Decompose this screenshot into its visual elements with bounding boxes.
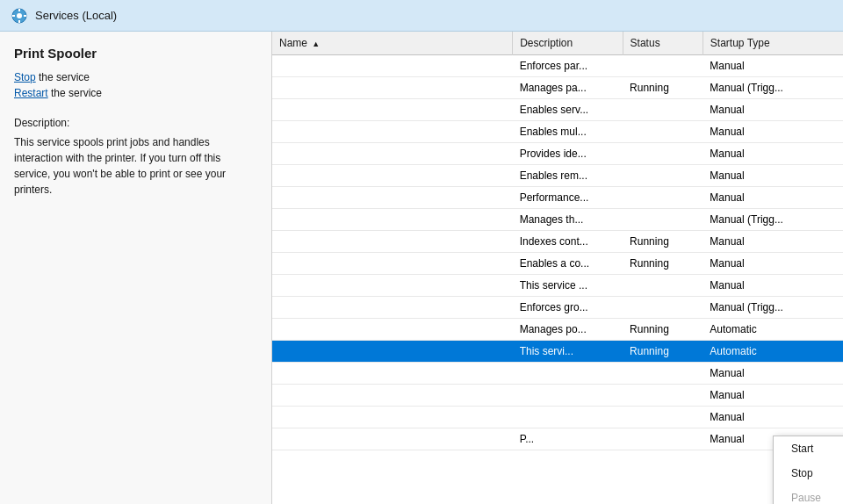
name-cell: Plug and Play xyxy=(272,253,286,274)
table-row[interactable]: Peer Networking GroupingEnables mul...Ma… xyxy=(272,121,843,143)
desc-cell: This service ... xyxy=(513,275,623,297)
name-cell: Program Compatibility Ass... xyxy=(272,428,286,450)
services-icon xyxy=(11,7,28,25)
col-header-status[interactable]: Status xyxy=(623,32,702,55)
svg-rect-2 xyxy=(18,9,20,11)
startup-cell: Manual xyxy=(702,187,843,209)
startup-cell: Manual (Trigg... xyxy=(702,297,843,319)
context-menu-item-stop[interactable]: Stop xyxy=(774,461,843,486)
table-row[interactable]: Phone ServiceManages th...Manual (Trigg.… xyxy=(272,209,843,231)
name-cell: Performance Logs & Alerts xyxy=(272,187,286,208)
status-cell xyxy=(623,363,702,385)
svg-point-1 xyxy=(17,13,22,18)
startup-cell: Manual (Trigg... xyxy=(702,209,843,231)
name-cell: Portable Device Enumerator ... xyxy=(272,297,286,318)
desc-cell: Manages pa... xyxy=(513,77,623,99)
status-cell xyxy=(623,165,702,187)
name-cell: Performance Counter DLL H... xyxy=(272,165,286,186)
desc-cell xyxy=(513,407,623,428)
stop-action: Stop the service xyxy=(14,71,257,83)
startup-cell: Automatic xyxy=(702,341,843,363)
status-cell xyxy=(623,297,702,319)
stop-link[interactable]: Stop xyxy=(14,71,36,83)
status-cell: Running xyxy=(623,341,702,363)
name-cell: Printer Extensions and Not... xyxy=(272,363,286,384)
status-cell: Running xyxy=(623,231,702,253)
title-bar-text: Services (Local) xyxy=(35,9,117,22)
desc-heading: Description: xyxy=(14,115,257,131)
restart-link[interactable]: Restart xyxy=(14,87,48,99)
desc-cell: P... xyxy=(513,428,623,450)
table-row[interactable]: Problem Reports and Solut...Manual xyxy=(272,407,843,428)
startup-cell: Manual xyxy=(702,121,843,143)
name-cell: Power xyxy=(272,319,286,340)
desc-cell: Manages po... xyxy=(513,319,623,341)
main-area: Print Spooler Stop the service Restart t… xyxy=(0,32,843,504)
col-header-desc[interactable]: Description xyxy=(513,32,623,55)
startup-cell: Manual xyxy=(702,407,843,428)
name-cell: Problem Reports and Solut... xyxy=(272,407,286,428)
startup-cell: Manual xyxy=(702,275,843,297)
startup-cell: Manual xyxy=(702,363,843,385)
desc-cell: Enables rem... xyxy=(513,165,623,187)
name-cell: Peer Networking Identity M... xyxy=(272,143,286,164)
table-header-row: Name ▲ Description Status Startup Type xyxy=(272,32,843,55)
table-row[interactable]: PrintWorkflowUserSvc_3a8...Manual xyxy=(272,385,843,407)
context-menu-item-start[interactable]: Start xyxy=(774,436,843,461)
svg-rect-3 xyxy=(18,20,20,23)
table-row[interactable]: Payments and NFC/SE Mana...Manages pa...… xyxy=(272,77,843,99)
table-row[interactable]: PowerManages po...RunningAutomatic xyxy=(272,319,843,341)
table-row[interactable]: Portable Device Enumerator ...Enforces g… xyxy=(272,297,843,319)
status-cell xyxy=(623,209,702,231)
title-bar: Services (Local) xyxy=(0,0,843,32)
status-cell xyxy=(623,121,702,143)
startup-cell: Manual xyxy=(702,385,843,407)
stop-suffix: the service xyxy=(36,71,90,83)
table-row[interactable]: Plug and PlayEnables a co...RunningManua… xyxy=(272,253,843,275)
desc-cell: Enforces par... xyxy=(513,55,623,77)
table-row[interactable]: Program Compatibility Ass...P...Manual xyxy=(272,428,843,450)
name-cell: PrintWorkflowUserSvc_3a8... xyxy=(272,385,286,406)
restart-suffix: the service xyxy=(48,87,102,99)
startup-cell: Manual (Trigg... xyxy=(702,77,843,99)
table-row[interactable]: Printer Extensions and Not...Manual xyxy=(272,363,843,385)
status-cell xyxy=(623,55,702,77)
table-row[interactable]: PNRP Machine Name Public...This service … xyxy=(272,275,843,297)
svg-rect-5 xyxy=(24,15,26,17)
name-cell: Phone Service xyxy=(272,209,286,230)
col-header-startup[interactable]: Startup Type xyxy=(702,32,843,55)
desc-cell xyxy=(513,385,623,407)
description-block: Description: This service spools print j… xyxy=(14,115,257,198)
table-row[interactable]: PimIndexMaintenanceSvc_3...Indexes cont.… xyxy=(272,231,843,253)
desc-cell: Enforces gro... xyxy=(513,297,623,319)
desc-cell: Enables serv... xyxy=(513,99,623,121)
startup-cell: Manual xyxy=(702,143,843,165)
status-cell xyxy=(623,187,702,209)
status-cell xyxy=(623,407,702,428)
right-panel: Name ▲ Description Status Startup Type P… xyxy=(272,32,843,504)
restart-action: Restart the service xyxy=(14,87,257,99)
service-title: Print Spooler xyxy=(14,46,257,61)
name-cell: PNRP Machine Name Public... xyxy=(272,275,286,296)
name-cell: Payments and NFC/SE Mana... xyxy=(272,77,286,98)
startup-cell: Manual xyxy=(702,99,843,121)
name-cell: Peer Name Resolution Proto... xyxy=(272,99,286,120)
table-row[interactable]: Peer Networking Identity M...Provides id… xyxy=(272,143,843,165)
name-cell: Peer Networking Grouping xyxy=(272,121,286,142)
status-cell xyxy=(623,275,702,297)
status-cell xyxy=(623,428,702,450)
table-row[interactable]: Performance Counter DLL H...Enables rem.… xyxy=(272,165,843,187)
table-row[interactable]: Peer Name Resolution Proto...Enables ser… xyxy=(272,99,843,121)
col-header-name[interactable]: Name ▲ xyxy=(272,32,513,55)
startup-cell: Manual xyxy=(702,55,843,77)
desc-cell: Provides ide... xyxy=(513,143,623,165)
table-row[interactable]: Print SpoolerThis servi...RunningAutomat… xyxy=(272,341,843,363)
table-row[interactable]: Performance Logs & AlertsPerformance...M… xyxy=(272,187,843,209)
status-cell: Running xyxy=(623,253,702,275)
table-scroll[interactable]: Name ▲ Description Status Startup Type P… xyxy=(272,32,843,504)
desc-cell xyxy=(513,363,623,385)
desc-cell: Enables mul... xyxy=(513,121,623,143)
table-row[interactable]: Parental ControlsEnforces par...Manual xyxy=(272,55,843,77)
status-cell xyxy=(623,99,702,121)
status-cell xyxy=(623,385,702,407)
